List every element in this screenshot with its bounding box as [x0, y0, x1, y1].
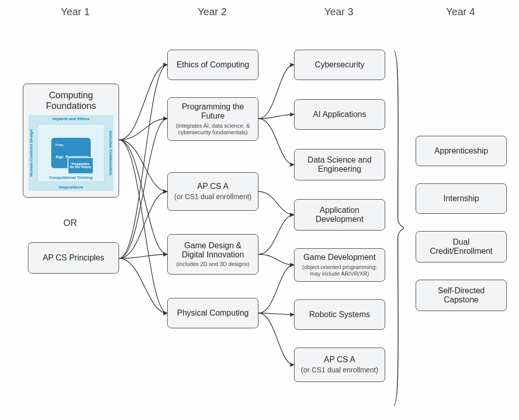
- node-apprenticeship: Apprenticeship: [416, 136, 507, 166]
- ai-title: AI Applications: [313, 110, 366, 119]
- header-year4: Year 4: [446, 6, 475, 18]
- node-game-development: Game Development (object-oriented progra…: [294, 248, 385, 282]
- cf-edge-bottom: Dispositions: [28, 185, 114, 189]
- node-application-development: Application Development: [294, 199, 385, 231]
- header-year1: Year 1: [61, 6, 90, 18]
- node-ap-cs-a-y3: AP CS A (or CS1 dual enrollment): [294, 348, 385, 382]
- header-year2: Year 2: [198, 6, 227, 18]
- data-title: Data Science and Engineering: [300, 156, 380, 174]
- cf-edge-top: Impacts and Ethics: [28, 117, 114, 121]
- cf-center: Preparation for the Future: [67, 157, 94, 174]
- cf-figure: Impacts and Ethics Dispositions Human-Ce…: [28, 115, 114, 191]
- node-programming-the-future: Programming the Future (integrates AI, d…: [167, 97, 258, 141]
- node-physical-computing: Physical Computing: [167, 298, 258, 328]
- game-sub: (includes 2D and 3D designs): [176, 261, 249, 268]
- gamedev-title: Game Development: [304, 253, 376, 262]
- brace-icon: [392, 51, 404, 405]
- apcsa2-title: AP CS A: [197, 182, 229, 191]
- node-robotic-systems: Robotic Systems: [294, 299, 385, 330]
- physical-title: Physical Computing: [177, 309, 248, 318]
- gamedev-sub: (object-oriented programming; may includ…: [300, 264, 380, 277]
- cyber-title: Cybersecurity: [315, 60, 364, 69]
- dual-title: Dual Credit/Enrollment: [421, 238, 501, 256]
- node-dual-credit: Dual Credit/Enrollment: [416, 231, 507, 262]
- or-label: OR: [63, 218, 77, 228]
- node-ethics-of-computing: Ethics of Computing: [167, 50, 258, 80]
- appdev-title: Application Development: [300, 206, 380, 224]
- ethics-title: Ethics of Computing: [176, 60, 249, 69]
- apprentice-title: Apprenticeship: [434, 146, 488, 156]
- node-ap-cs-principles: AP CS Principles: [28, 242, 119, 274]
- prog-future-title: Programming the Future: [173, 102, 253, 121]
- node-data-science: Data Science and Engineering: [294, 149, 385, 180]
- intern-title: Internship: [443, 194, 479, 203]
- node-ai-applications: AI Applications: [294, 99, 385, 130]
- prog-future-sub: (integrates AI, data science, & cybersec…: [173, 123, 253, 136]
- node-computing-foundations: Computing Foundations Impacts and Ethics…: [23, 84, 119, 198]
- apcsp-title: AP CS Principles: [43, 253, 104, 262]
- node-internship: Internship: [416, 183, 507, 214]
- apcsa3-sub: (or CS1 dual enrollment): [301, 366, 379, 374]
- cf-inner-bottom: Computational Thinking: [38, 176, 104, 180]
- game-title: Game Design & Digital Innovation: [173, 241, 253, 260]
- node-cybersecurity: Cybersecurity: [294, 50, 385, 80]
- robotics-title: Robotic Systems: [309, 310, 370, 319]
- node-game-design: Game Design & Digital Innovation (includ…: [167, 234, 258, 275]
- apcsa2-sub: (or CS1 dual enrollment): [174, 193, 252, 201]
- node-ap-cs-a-y2: AP CS A (or CS1 dual enrollment): [167, 172, 258, 211]
- apcsa3-title: AP CS A: [324, 355, 355, 364]
- cf-title: Computing Foundations: [28, 90, 114, 111]
- header-year3: Year 3: [324, 6, 353, 18]
- column-headers: Year 1 Year 2 Year 3 Year 4: [0, 6, 519, 21]
- capstone-title: Self-Directed Capstone: [421, 286, 501, 305]
- node-self-directed-capstone: Self-Directed Capstone: [416, 280, 507, 311]
